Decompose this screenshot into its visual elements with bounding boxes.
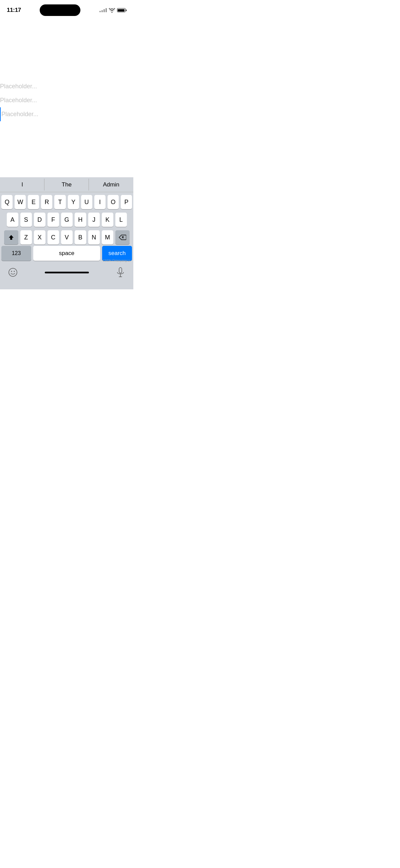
space-key[interactable]: space — [33, 246, 100, 261]
key-k[interactable]: K — [102, 213, 113, 227]
home-indicator — [45, 272, 89, 273]
key-row-1: Q W E R T Y U I O P — [1, 195, 132, 209]
autocomplete-item-3[interactable]: Admin — [89, 177, 133, 192]
wifi-icon — [109, 8, 115, 13]
text-field-3-placeholder: Placeholder... — [1, 111, 38, 118]
autocomplete-item-1[interactable]: I — [0, 177, 44, 192]
key-t[interactable]: T — [54, 195, 65, 209]
dynamic-island — [40, 4, 80, 16]
key-v[interactable]: V — [61, 230, 73, 245]
text-field-1-placeholder: Placeholder... — [0, 83, 37, 90]
backspace-icon — [119, 235, 126, 240]
key-h[interactable]: H — [75, 213, 86, 227]
svg-rect-3 — [119, 268, 122, 273]
extra-row — [0, 262, 133, 289]
status-indicators — [99, 8, 127, 13]
key-r[interactable]: R — [41, 195, 52, 209]
autocomplete-item-2[interactable]: The — [44, 177, 89, 192]
emoji-key[interactable] — [5, 265, 20, 280]
key-b[interactable]: B — [75, 230, 86, 245]
key-w[interactable]: W — [15, 195, 26, 209]
key-z[interactable]: Z — [20, 230, 32, 245]
key-d[interactable]: D — [34, 213, 45, 227]
mic-icon — [116, 267, 125, 277]
key-e[interactable]: E — [28, 195, 39, 209]
signal-icon — [99, 8, 107, 12]
shift-key[interactable] — [4, 230, 18, 245]
autocomplete-bar: I The Admin — [0, 177, 133, 192]
status-bar: 11:17 — [0, 0, 133, 18]
key-c[interactable]: C — [47, 230, 59, 245]
keyboard: I The Admin Q W E R T Y U I O P A S D F — [0, 177, 133, 289]
text-field-3[interactable]: Placeholder... — [0, 107, 133, 121]
numbers-key[interactable]: 123 — [1, 246, 31, 261]
key-a[interactable]: A — [7, 213, 18, 227]
svg-point-0 — [9, 268, 17, 276]
key-y[interactable]: Y — [68, 195, 79, 209]
key-p[interactable]: P — [121, 195, 132, 209]
key-x[interactable]: X — [34, 230, 45, 245]
key-n[interactable]: N — [88, 230, 100, 245]
shift-icon — [8, 234, 14, 240]
status-time: 11:17 — [7, 7, 21, 14]
key-u[interactable]: U — [81, 195, 92, 209]
key-s[interactable]: S — [20, 213, 32, 227]
battery-icon — [117, 8, 127, 12]
key-row-2: A S D F G H J K L — [1, 213, 132, 227]
emoji-icon — [8, 268, 18, 277]
key-q[interactable]: Q — [1, 195, 13, 209]
svg-point-1 — [11, 271, 12, 272]
key-row-3: Z X C V B N M — [1, 230, 132, 245]
keyboard-rows: Q W E R T Y U I O P A S D F G H J K L — [0, 192, 133, 246]
key-m[interactable]: M — [102, 230, 113, 245]
text-fields-area: Placeholder... Placeholder... Placeholde… — [0, 18, 133, 121]
key-i[interactable]: I — [94, 195, 106, 209]
backspace-key[interactable] — [115, 230, 130, 245]
text-field-2-placeholder: Placeholder... — [0, 97, 37, 104]
text-field-1[interactable]: Placeholder... — [0, 79, 133, 93]
key-o[interactable]: O — [108, 195, 119, 209]
text-field-2[interactable]: Placeholder... — [0, 93, 133, 107]
key-g[interactable]: G — [61, 213, 73, 227]
mic-key[interactable] — [113, 265, 128, 280]
watermark: CSDN ©Hanyang Li — [103, 259, 130, 262]
key-j[interactable]: J — [88, 213, 100, 227]
svg-point-2 — [14, 271, 15, 272]
key-l[interactable]: L — [115, 213, 127, 227]
key-f[interactable]: F — [47, 213, 59, 227]
main-content: Placeholder... Placeholder... Placeholde… — [0, 18, 133, 121]
